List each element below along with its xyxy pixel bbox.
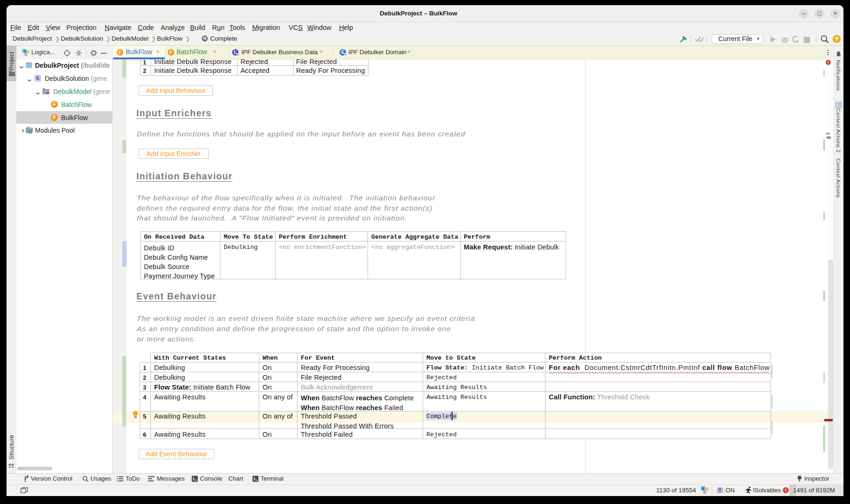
svg-text:D: D bbox=[24, 50, 27, 53]
svg-text:D: D bbox=[702, 487, 704, 490]
svg-text:M: M bbox=[46, 91, 49, 95]
